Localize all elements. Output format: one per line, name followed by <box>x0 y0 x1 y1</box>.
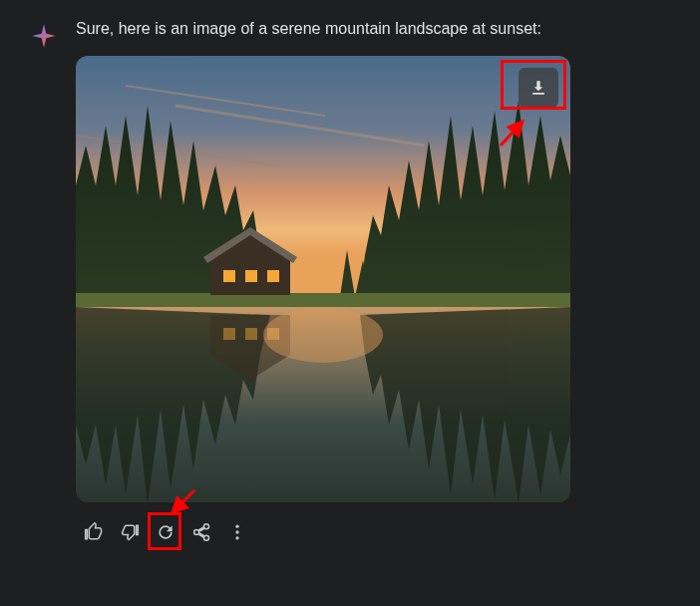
response-action-bar <box>76 516 670 548</box>
share-icon <box>191 522 211 542</box>
svg-rect-6 <box>223 328 235 340</box>
svg-point-14 <box>235 537 238 540</box>
svg-rect-3 <box>245 270 257 282</box>
svg-point-13 <box>235 531 238 534</box>
regenerate-icon <box>156 522 175 542</box>
response-text: Sure, here is an image of a serene mount… <box>76 18 670 40</box>
svg-rect-4 <box>267 270 279 282</box>
share-button[interactable] <box>185 516 217 548</box>
svg-point-9 <box>263 307 383 363</box>
regenerate-wrapper <box>150 516 181 548</box>
svg-point-12 <box>235 525 238 528</box>
thumbs-down-button[interactable] <box>114 516 146 548</box>
generated-image[interactable] <box>76 56 570 502</box>
download-button[interactable] <box>519 68 558 108</box>
message-content: Sure, here is an image of a serene mount… <box>76 18 670 548</box>
svg-rect-7 <box>245 328 257 340</box>
download-icon <box>528 78 548 98</box>
more-options-button[interactable] <box>221 516 253 548</box>
generated-image-container <box>76 56 570 502</box>
svg-rect-1 <box>76 293 570 309</box>
assistant-message: Sure, here is an image of a serene mount… <box>0 0 700 566</box>
thumbs-up-icon <box>84 522 104 542</box>
sparkle-icon <box>30 22 58 50</box>
thumbs-down-icon <box>120 522 140 542</box>
svg-rect-2 <box>223 270 235 282</box>
thumbs-up-button[interactable] <box>78 516 110 548</box>
more-options-icon <box>227 522 247 542</box>
regenerate-button[interactable] <box>150 516 181 548</box>
